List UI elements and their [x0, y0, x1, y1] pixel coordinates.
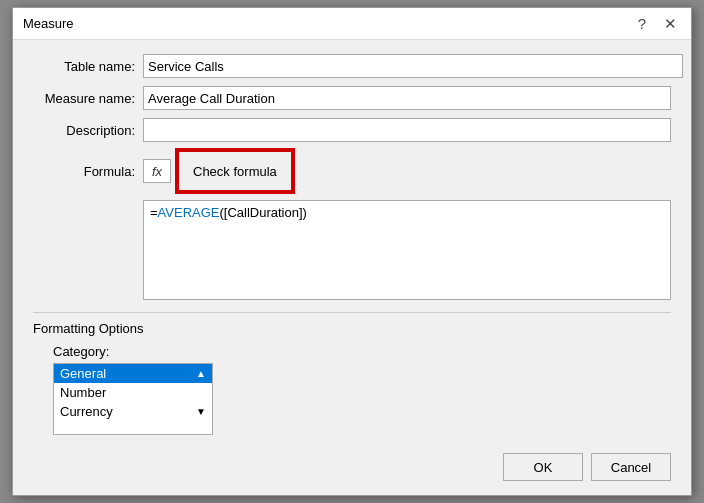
fx-button[interactable]: fx: [143, 159, 171, 183]
scroll-up-icon: ▲: [196, 368, 206, 379]
title-bar-controls: ? ✕: [634, 15, 681, 33]
fx-icon: fx: [152, 164, 162, 179]
formula-label: Formula:: [33, 164, 143, 179]
measure-name-input[interactable]: [143, 86, 671, 110]
dialog-body: Table name: Service Calls ▾ Measure name…: [13, 40, 691, 445]
formula-arguments: ([CallDuration]): [219, 205, 306, 220]
category-item-currency[interactable]: Currency ▼: [54, 402, 212, 421]
measure-name-label: Measure name:: [33, 91, 143, 106]
category-number-label: Number: [60, 385, 106, 400]
help-button[interactable]: ?: [634, 15, 650, 32]
divider: [33, 312, 671, 313]
description-input[interactable]: [143, 118, 671, 142]
table-name-label: Table name:: [33, 59, 143, 74]
category-currency-label: Currency: [60, 404, 113, 419]
scroll-down-icon: ▼: [196, 406, 206, 417]
category-item-number[interactable]: Number: [54, 383, 212, 402]
dialog-title: Measure: [23, 16, 74, 31]
table-name-select[interactable]: Service Calls: [143, 54, 683, 78]
dialog-footer: OK Cancel: [13, 445, 691, 495]
ok-button[interactable]: OK: [503, 453, 583, 481]
measure-dialog: Measure ? ✕ Table name: Service Calls ▾ …: [12, 7, 692, 496]
title-bar: Measure ? ✕: [13, 8, 691, 40]
category-label: Category:: [53, 344, 671, 359]
close-button[interactable]: ✕: [660, 15, 681, 33]
formatting-options-label: Formatting Options: [33, 321, 671, 336]
category-general-label: General: [60, 366, 106, 381]
formatting-section: Formatting Options Category: General ▲ N…: [33, 321, 671, 435]
measure-name-row: Measure name:: [33, 86, 671, 110]
table-name-row: Table name: Service Calls ▾: [33, 54, 671, 78]
check-formula-button[interactable]: Check formula: [177, 150, 293, 192]
formula-prefix: =: [150, 205, 158, 220]
formula-row: Formula: fx Check formula: [33, 150, 671, 192]
formula-editor[interactable]: =AVERAGE([CallDuration]): [143, 200, 671, 300]
cancel-button[interactable]: Cancel: [591, 453, 671, 481]
description-label: Description:: [33, 123, 143, 138]
formula-function-name: AVERAGE: [158, 205, 220, 220]
category-item-general[interactable]: General ▲: [54, 364, 212, 383]
category-list: General ▲ Number Currency ▼: [53, 363, 213, 435]
description-row: Description:: [33, 118, 671, 142]
formula-area: =AVERAGE([CallDuration]): [143, 200, 671, 300]
